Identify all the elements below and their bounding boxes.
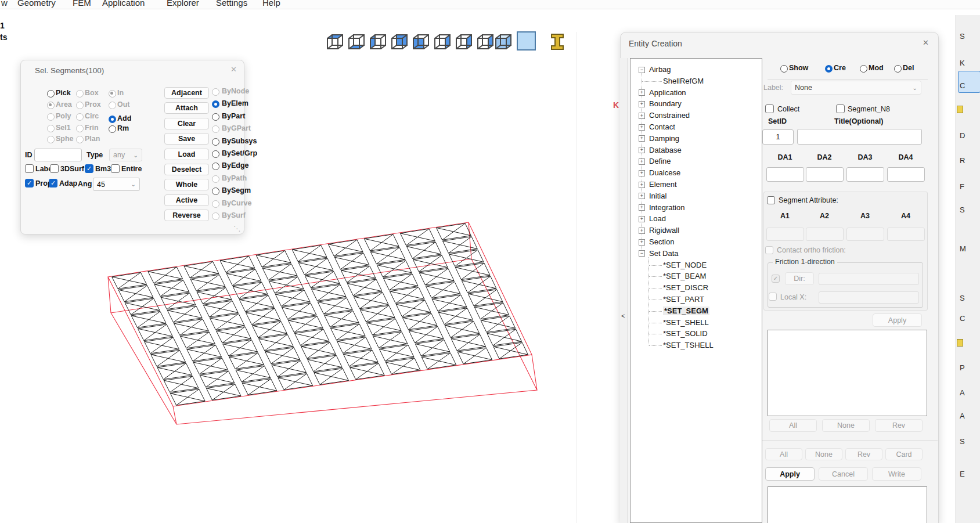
da4-input[interactable] — [887, 167, 925, 182]
rev-list-button[interactable]: Rev — [875, 419, 923, 432]
type-dropdown[interactable]: any⌄ — [109, 149, 142, 161]
menu-help[interactable]: Help — [262, 0, 280, 8]
tree-item-damping[interactable]: Damping — [649, 134, 679, 143]
expand-box-icon[interactable]: + — [639, 101, 645, 107]
tree-item-set-segm[interactable]: *SET_SEGM — [663, 306, 709, 315]
view-top-icon[interactable] — [324, 32, 345, 53]
tree-item-boundary[interactable]: Boundary — [649, 99, 682, 108]
collapse-box-icon[interactable]: − — [639, 250, 645, 257]
title-input[interactable] — [797, 129, 922, 145]
checkbox-entire[interactable] — [111, 164, 120, 173]
expand-box-icon[interactable]: + — [639, 216, 645, 222]
radio-byedge[interactable] — [212, 163, 219, 170]
all-list-button[interactable]: All — [769, 419, 817, 432]
view-plane-icon[interactable] — [516, 31, 536, 52]
da1-input[interactable] — [766, 167, 804, 182]
id-input[interactable] — [34, 149, 82, 161]
checkbox-adap[interactable]: ✓ — [49, 179, 57, 187]
dir-button[interactable]: Dir: — [785, 272, 814, 285]
radio-sel1[interactable] — [47, 125, 55, 132]
checkbox-prop[interactable]: ✓ — [25, 179, 34, 187]
expand-box-icon[interactable]: + — [639, 204, 645, 211]
deselect-button[interactable]: Deselect — [164, 164, 209, 175]
expand-box-icon[interactable]: + — [639, 135, 645, 142]
right-toolbar-item-s-0[interactable]: S — [960, 32, 965, 41]
expand-box-icon[interactable]: + — [639, 147, 645, 153]
tree-item-section[interactable]: Section — [649, 237, 674, 246]
tree-item-constrained[interactable]: Constrained — [649, 111, 690, 120]
radio-bynode[interactable] — [212, 88, 219, 96]
right-toolbar-item-f-6[interactable]: F — [960, 182, 964, 191]
right-toolbar-item-d-4[interactable]: D — [960, 131, 965, 140]
checkbox-3dsurf[interactable] — [50, 164, 59, 173]
adjacent-button[interactable]: Adjacent — [164, 87, 209, 99]
right-toolbar-item-k-1[interactable]: K — [960, 59, 965, 67]
expand-box-icon[interactable]: + — [639, 182, 645, 188]
radio-cre[interactable] — [825, 65, 833, 73]
tree-item-set-shell[interactable]: *SET_SHELL — [663, 318, 709, 327]
radio-plan[interactable] — [76, 136, 84, 143]
radio-bysubsys[interactable] — [212, 138, 219, 146]
card-mid-button[interactable]: Card — [885, 448, 923, 460]
expand-box-icon[interactable]: + — [639, 124, 645, 131]
beam-prism-icon[interactable] — [548, 32, 569, 53]
tree-item-application[interactable]: Application — [649, 88, 686, 97]
radio-prox[interactable] — [76, 102, 84, 109]
clear-button[interactable]: Clear — [164, 118, 209, 129]
view-left-icon[interactable] — [367, 32, 388, 53]
tree-item-element[interactable]: Element — [649, 180, 677, 189]
radio-bypart[interactable] — [212, 113, 219, 121]
view-iso-wire-a-icon[interactable] — [453, 32, 474, 53]
radio-del[interactable] — [894, 65, 902, 73]
radio-bysegm[interactable] — [212, 187, 219, 195]
checkbox-segment-attribute[interactable] — [767, 196, 775, 204]
expand-box-icon[interactable]: + — [639, 228, 645, 234]
load-button[interactable]: Load — [164, 149, 209, 160]
tree-item-load[interactable]: Load — [649, 214, 666, 223]
right-toolbar-item-m-8[interactable]: M — [960, 244, 966, 253]
apply-button[interactable]: Apply — [765, 467, 815, 481]
right-toolbar-item-a-13[interactable]: A — [960, 388, 965, 397]
view-iso-solid-icon[interactable] — [492, 32, 513, 53]
save-button[interactable]: Save — [164, 133, 209, 145]
right-toolbar-item-c-2[interactable]: C — [960, 81, 965, 90]
view-front-icon[interactable] — [410, 32, 431, 53]
radio-bypath[interactable] — [212, 175, 219, 183]
tree-item-define[interactable]: Define — [649, 157, 671, 165]
checkbox-dir[interactable]: ✓ — [772, 275, 780, 283]
radio-bygpart[interactable] — [212, 125, 219, 133]
tree-item-integration[interactable]: Integration — [649, 203, 684, 212]
checkbox-segment-n8[interactable] — [836, 104, 845, 113]
radio-sphe[interactable] — [47, 136, 55, 143]
tree-item-dualcese[interactable]: Dualcese — [649, 168, 680, 177]
view-back-icon[interactable] — [388, 32, 409, 53]
radio-pick[interactable] — [47, 90, 55, 98]
resize-grip[interactable]: ⋱ — [233, 225, 240, 233]
expand-box-icon[interactable]: + — [639, 113, 645, 119]
menu-settings[interactable]: Settings — [216, 0, 247, 8]
right-toolbar-item-c-10[interactable]: C — [960, 314, 965, 323]
checkbox-bm3[interactable]: ✓ — [85, 164, 93, 173]
menu-geometry[interactable]: Geometry — [17, 0, 56, 8]
checkbox-collect[interactable] — [765, 104, 774, 113]
view-bottom-icon[interactable] — [345, 32, 366, 53]
cancel-button[interactable]: Cancel — [819, 467, 868, 481]
view-right-icon[interactable] — [431, 32, 452, 53]
selection-list[interactable] — [768, 330, 927, 416]
tree-item-set-tshell[interactable]: *SET_TSHELL — [663, 341, 714, 349]
expand-box-icon[interactable]: + — [639, 239, 645, 246]
menu-fem[interactable]: FEM — [73, 0, 91, 8]
tree-item-initial[interactable]: Initial — [649, 192, 666, 200]
right-toolbar-item-a-14[interactable]: A — [960, 412, 965, 420]
radio-bysurf[interactable] — [212, 212, 219, 220]
tree-item-shellrefgm[interactable]: ShellRefGM — [663, 77, 704, 85]
radio-out[interactable] — [109, 102, 116, 109]
tree-item-set-solid[interactable]: *SET_SOLID — [663, 329, 708, 338]
da2-input[interactable] — [806, 167, 844, 182]
radio-rm[interactable] — [109, 125, 116, 133]
menu-explorer[interactable]: Explorer — [167, 0, 199, 8]
radio-byset-grp[interactable] — [212, 150, 219, 158]
ang-dropdown[interactable]: 45⌄ — [93, 178, 140, 191]
write-button[interactable]: Write — [872, 467, 921, 481]
tree-item-database[interactable]: Database — [649, 146, 682, 154]
